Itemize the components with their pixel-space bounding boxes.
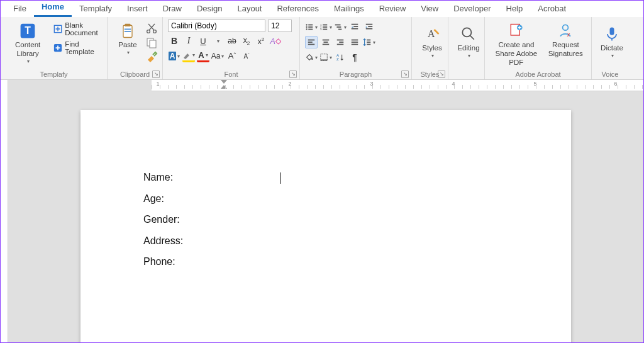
subscript-button[interactable]: x2 (240, 35, 253, 47)
svg-point-57 (563, 25, 569, 30)
grow-font-button[interactable]: A^ (226, 50, 238, 62)
group-font-title: Font↘ (168, 70, 294, 78)
dictate-label: Dictate (601, 44, 623, 53)
search-icon (460, 25, 477, 43)
doc-line[interactable]: Gender: (143, 209, 508, 230)
dictate-button[interactable]: Dictate (597, 20, 627, 65)
superscript-button[interactable]: x2 (255, 35, 267, 47)
clipboard-launcher[interactable]: ↘ (152, 70, 160, 78)
shading-button[interactable] (305, 51, 318, 64)
bullets-button[interactable] (305, 21, 318, 33)
svg-rect-5 (125, 24, 131, 26)
content-library-icon: T (19, 22, 36, 40)
strikethrough-button[interactable]: ab (226, 35, 238, 47)
multilevel-icon (334, 23, 343, 31)
svg-rect-42 (352, 40, 358, 41)
svg-rect-25 (336, 26, 341, 28)
pdf-share-icon (508, 22, 525, 40)
format-painter-button[interactable] (145, 51, 158, 64)
scissors-icon (145, 22, 158, 35)
tab-layout[interactable]: Layout (230, 1, 269, 17)
app-window: File Home Templafy Insert Draw Design La… (0, 0, 644, 343)
text-effects-button[interactable]: A (168, 50, 180, 62)
tab-developer[interactable]: Developer (446, 1, 498, 17)
group-templafy: T Content Library Blank Document Find Te… (1, 17, 108, 79)
request-signatures-button[interactable]: x Request Signatures (545, 20, 586, 61)
increase-indent-button[interactable] (363, 21, 375, 33)
create-pdf-button[interactable]: Create and Share Adobe PDF (490, 20, 543, 69)
tab-references[interactable]: References (269, 1, 326, 17)
find-template-button[interactable]: Find Template (52, 40, 102, 56)
ribbon: T Content Library Blank Document Find Te… (1, 17, 643, 80)
borders-icon (319, 53, 328, 62)
tab-file[interactable]: File (6, 1, 34, 17)
doc-line[interactable]: Phone: (143, 251, 508, 273)
tab-review[interactable]: Review (372, 1, 414, 17)
tab-draw[interactable]: Draw (155, 1, 189, 17)
doc-line[interactable]: Name: (143, 167, 508, 188)
font-launcher[interactable]: ↘ (289, 70, 297, 78)
line-spacing-button[interactable] (363, 36, 375, 48)
paste-button[interactable]: Paste (113, 20, 143, 58)
multilevel-list-button[interactable] (334, 21, 347, 33)
show-marks-button[interactable]: ¶ (348, 51, 361, 64)
doc-line[interactable]: Address: (143, 230, 508, 252)
justify-button[interactable] (348, 36, 361, 48)
font-name-combobox[interactable] (168, 20, 265, 32)
change-case-button[interactable]: Aa (211, 50, 224, 62)
svg-rect-38 (323, 44, 330, 45)
content-library-button[interactable]: T Content Library (6, 20, 50, 67)
shrink-font-button[interactable]: Aˇ (240, 50, 253, 62)
document-area[interactable]: Name: Age: Gender: Address: Phone: (8, 91, 643, 342)
clear-formatting-button[interactable]: A◇ (269, 35, 282, 47)
copy-icon (145, 37, 158, 49)
svg-rect-13 (308, 25, 313, 26)
tab-design[interactable]: Design (189, 1, 230, 17)
svg-rect-39 (337, 40, 344, 41)
page[interactable]: Name: Age: Gender: Address: Phone: (80, 110, 571, 342)
italic-button[interactable]: I (182, 35, 195, 47)
field-label-name: Name: (143, 172, 173, 183)
styles-launcher[interactable]: ↘ (438, 70, 445, 78)
svg-rect-11 (150, 40, 156, 48)
horizontal-ruler[interactable]: 1 2 3 4 5 6 (152, 80, 643, 91)
tab-templafy[interactable]: Templafy (72, 1, 119, 17)
signature-icon: x (557, 22, 574, 40)
tab-mailings[interactable]: Mailings (326, 1, 372, 17)
svg-rect-33 (308, 40, 315, 41)
group-paragraph: 123 AZ ¶ Par (300, 17, 412, 79)
styles-button[interactable]: A Styles (417, 20, 447, 65)
align-center-button[interactable] (319, 36, 332, 48)
bold-button[interactable]: B (168, 35, 180, 47)
align-right-icon (336, 38, 345, 47)
svg-rect-21 (323, 26, 327, 28)
numbering-button[interactable]: 123 (319, 21, 332, 33)
svg-rect-27 (352, 24, 358, 25)
tab-acrobat[interactable]: Acrobat (530, 1, 574, 17)
paragraph-launcher[interactable]: ↘ (401, 70, 409, 78)
underline-dropdown[interactable] (211, 35, 224, 47)
group-acrobat: Create and Share Adobe PDF x Request Sig… (485, 17, 592, 79)
borders-button[interactable] (319, 51, 332, 64)
cut-button[interactable] (145, 22, 158, 35)
highlight-button[interactable] (182, 50, 195, 62)
copy-button[interactable] (145, 37, 158, 49)
editing-button[interactable]: Editing (453, 20, 484, 65)
tab-view[interactable]: View (413, 1, 446, 17)
doc-line[interactable]: Age: (143, 188, 508, 210)
tab-help[interactable]: Help (499, 1, 531, 17)
align-right-button[interactable] (334, 36, 347, 48)
font-size-combobox[interactable] (268, 20, 292, 32)
underline-button[interactable]: U (197, 35, 209, 47)
align-left-button[interactable] (305, 36, 318, 48)
group-paragraph-title: Paragraph↘ (305, 70, 406, 78)
tab-insert[interactable]: Insert (119, 1, 155, 17)
svg-point-48 (311, 58, 313, 60)
tab-home[interactable]: Home (34, 0, 72, 17)
svg-rect-23 (323, 29, 327, 30)
blank-document-button[interactable]: Blank Document (52, 21, 102, 37)
sort-button[interactable]: AZ (334, 51, 347, 64)
decrease-indent-button[interactable] (348, 21, 361, 33)
font-color-button[interactable]: A (197, 50, 209, 62)
sort-icon: AZ (336, 53, 345, 62)
